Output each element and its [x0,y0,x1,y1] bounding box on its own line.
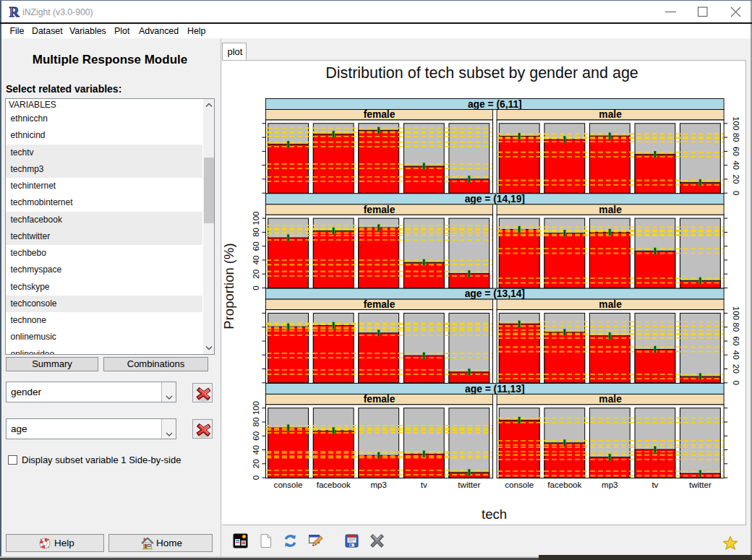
svg-text:mp3: mp3 [602,480,618,489]
svg-text:0: 0 [251,285,260,290]
svg-text:80: 80 [251,227,260,236]
svg-text:100: 100 [732,306,741,319]
svg-text:twitter: twitter [458,480,480,489]
svg-text:tv: tv [651,480,658,489]
svg-text:Proportion (%): Proportion (%) [222,243,236,329]
svg-text:40: 40 [732,160,741,170]
svg-text:facebook: facebook [547,480,581,489]
svg-text:age = (14,19]: age = (14,19] [464,193,524,204]
svg-text:tech: tech [482,506,507,521]
svg-text:console: console [505,480,534,489]
svg-text:male: male [599,204,622,215]
svg-text:male: male [599,394,622,405]
svg-text:60: 60 [732,336,741,345]
svg-text:40: 40 [251,445,260,455]
svg-text:60: 60 [732,146,741,155]
svg-text:age = (11,13]: age = (11,13] [465,383,524,394]
svg-text:40: 40 [732,350,741,359]
svg-text:20: 20 [732,174,741,184]
svg-text:female: female [363,394,395,405]
svg-text:male: male [599,109,622,120]
svg-text:age = (13,14]: age = (13,14] [464,288,524,299]
svg-text:20: 20 [732,364,741,374]
svg-text:age = (6,11]: age = (6,11] [467,98,521,109]
svg-text:0: 0 [732,190,741,194]
svg-text:female: female [363,298,395,309]
svg-text:male: male [599,298,622,309]
svg-text:console: console [273,480,302,489]
svg-text:40: 40 [251,255,260,264]
svg-text:60: 60 [251,241,260,251]
svg-text:twitter: twitter [688,480,711,489]
svg-text:20: 20 [251,269,260,278]
svg-text:female: female [363,204,395,215]
svg-text:Distribution of tech subset by: Distribution of tech subset by gender an… [325,64,638,81]
svg-text:80: 80 [251,417,260,426]
svg-text:mp3: mp3 [370,480,387,489]
svg-text:tv: tv [420,480,427,489]
svg-text:60: 60 [251,431,260,440]
svg-text:female: female [363,109,395,120]
svg-text:facebook: facebook [316,480,350,489]
svg-text:100: 100 [251,211,260,225]
svg-text:100: 100 [732,116,741,130]
svg-text:0: 0 [732,380,741,384]
svg-text:80: 80 [732,132,741,142]
svg-text:80: 80 [732,322,741,332]
svg-text:0: 0 [251,475,260,479]
svg-text:100: 100 [251,401,260,415]
svg-text:20: 20 [251,459,260,468]
svg-text:R: R [9,5,20,19]
